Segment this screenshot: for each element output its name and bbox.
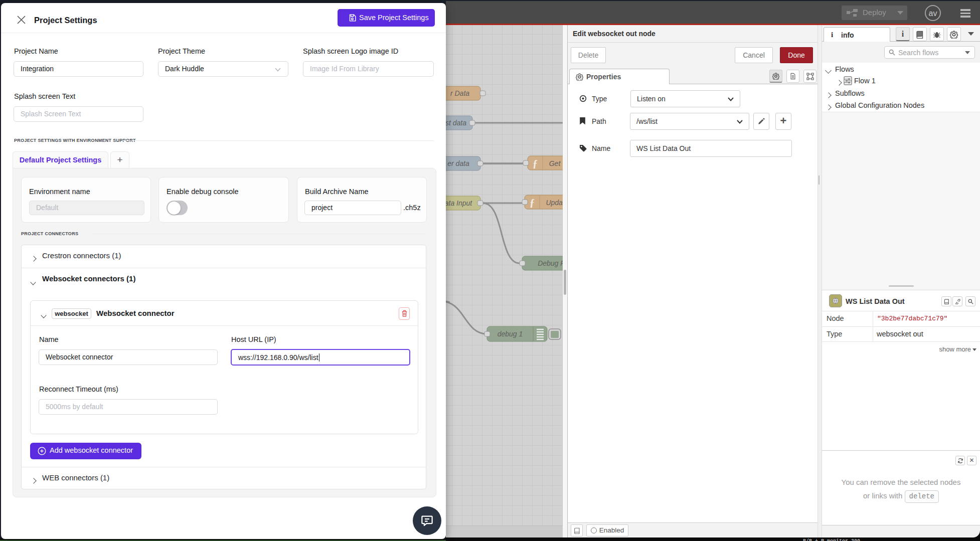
svg-text:er data: er data: [447, 159, 469, 167]
svg-text:ƒ: ƒ: [530, 197, 535, 208]
svg-text:debug 1: debug 1: [498, 330, 523, 338]
svg-text:r Data: r Data: [450, 89, 469, 97]
svg-text:Debug F: Debug F: [538, 259, 565, 267]
svg-text:ƒ: ƒ: [533, 158, 538, 169]
svg-text:st data: st data: [446, 119, 466, 127]
svg-text:ata Input: ata Input: [446, 199, 472, 207]
